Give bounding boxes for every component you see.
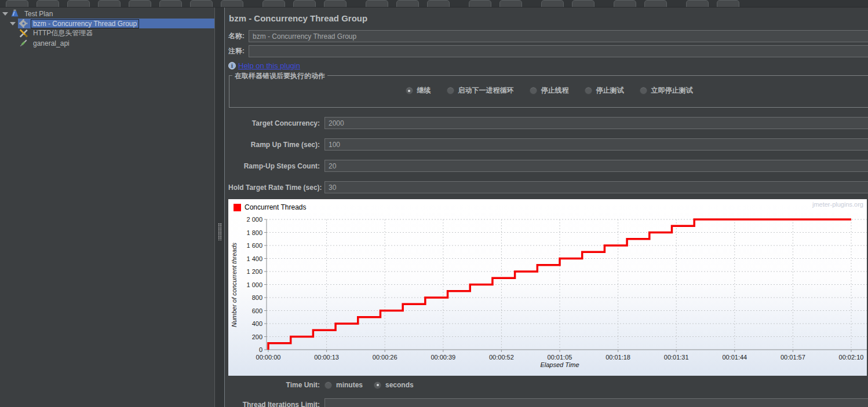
name-input[interactable] [249, 30, 868, 42]
panel-splitter[interactable] [215, 8, 225, 407]
x-tick-label: 00:02:10 [839, 354, 864, 361]
y-tick-label: 1 000 [246, 281, 262, 288]
test-plan-flask-icon [10, 9, 19, 18]
sampler-syringe-icon [19, 39, 28, 47]
radio-option[interactable]: 停止测试 [585, 86, 624, 96]
toolbar-button[interactable] [469, 0, 491, 8]
y-tick-label: 600 [252, 307, 262, 314]
top-toolbar [0, 0, 868, 8]
radio-unselected-icon[interactable] [447, 87, 454, 94]
thread-iterations-input[interactable] [324, 398, 868, 407]
ramp-up-steps-input[interactable] [324, 160, 868, 172]
x-tick-label: 00:00:00 [256, 354, 281, 361]
toolbar-button[interactable] [427, 0, 450, 8]
radio-selected-icon[interactable] [374, 382, 381, 389]
y-tick-label: 2 000 [246, 216, 262, 223]
toolbar-button[interactable] [686, 0, 709, 8]
x-tick-label: 00:01:57 [781, 354, 805, 361]
toolbar-button[interactable] [67, 0, 90, 8]
radio-label: 停止线程 [541, 86, 569, 96]
target-concurrency-input[interactable] [324, 117, 868, 129]
x-tick-label: 00:00:26 [373, 354, 397, 361]
radio-option[interactable]: 立即停止测试 [640, 86, 693, 96]
comment-label: 注释: [228, 46, 245, 56]
ramp-up-time-label: Ramp Up Time (sec): [228, 141, 320, 149]
name-label: 名称: [228, 31, 245, 41]
tree-item-label: ganeral_api [31, 39, 72, 47]
y-tick-label: 1 800 [246, 229, 262, 236]
info-icon: i [228, 62, 236, 69]
toolbar-button[interactable] [221, 0, 243, 8]
radio-unselected-icon[interactable] [530, 87, 537, 94]
time-unit-options: minutesseconds [324, 381, 414, 389]
radio-unselected-icon[interactable] [585, 87, 592, 94]
radio-selected-icon[interactable] [406, 87, 413, 94]
toolbar-button[interactable] [396, 0, 419, 8]
chart-plot: Number of concurrent threads Elapsed Tim… [228, 199, 867, 376]
toolbar-button[interactable] [614, 0, 636, 8]
comment-row: 注释: [228, 45, 868, 57]
target-concurrency-row: Target Concurrency: [228, 117, 868, 129]
hold-target-rate-row: Hold Target Rate Time (sec): [228, 181, 868, 193]
tree-item-label: HTTP信息头管理器 [31, 28, 95, 38]
x-tick-label: 00:01:05 [548, 354, 572, 361]
tree-item-label: Test Plan [22, 10, 55, 18]
thread-group-gear-icon [19, 19, 28, 28]
y-tick-label: 1 200 [246, 268, 262, 275]
comment-input[interactable] [249, 45, 868, 57]
concurrency-preview-chart: Number of concurrent threads Elapsed Tim… [228, 199, 867, 376]
toolbar-button[interactable] [190, 0, 213, 8]
radio-label: seconds [385, 381, 414, 389]
x-tick-label: 00:01:18 [606, 354, 630, 361]
target-concurrency-label: Target Concurrency: [228, 119, 320, 127]
radio-label: 立即停止测试 [651, 86, 693, 96]
radio-option[interactable]: seconds [374, 381, 414, 389]
error-action-options: 继续启动下一进程循环停止线程停止测试立即停止测试 [229, 86, 868, 96]
ramp-up-steps-label: Ramp-Up Steps Count: [228, 162, 320, 170]
help-plugin-link[interactable]: Help on this plugin [238, 61, 300, 70]
toolbar-button[interactable] [293, 0, 316, 8]
radio-option[interactable]: 启动下一进程循环 [447, 86, 514, 96]
tree-item-http-header-manager[interactable]: HTTP信息头管理器 [0, 28, 214, 38]
tree-item-test-plan[interactable]: Test Plan [0, 9, 214, 19]
expander-down-icon[interactable] [10, 22, 16, 25]
tree-item-ganeral-api[interactable]: ganeral_api [0, 38, 214, 48]
x-tick-label: 00:01:31 [664, 354, 689, 361]
toolbar-button[interactable] [572, 0, 595, 8]
radio-option[interactable]: 继续 [406, 86, 431, 96]
x-tick-label: 00:00:13 [314, 354, 339, 361]
y-tick-label: 1 600 [246, 242, 262, 249]
header-manager-icon [19, 29, 28, 38]
expander-down-icon[interactable] [2, 12, 8, 16]
tree-item-thread-group[interactable]: bzm - Concurrency Thread Group [0, 19, 214, 28]
radio-option[interactable]: 停止线程 [530, 86, 569, 96]
x-tick-label: 00:01:44 [722, 354, 747, 361]
y-tick-label: 400 [252, 320, 262, 327]
toolbar-button[interactable] [159, 0, 182, 8]
toolbar-button[interactable] [366, 0, 388, 8]
tree-selection-highlight[interactable]: bzm - Concurrency Thread Group [18, 19, 214, 28]
ramp-up-steps-row: Ramp-Up Steps Count: [228, 160, 868, 172]
hold-target-rate-input[interactable] [324, 181, 868, 193]
ramp-up-time-input[interactable] [324, 138, 868, 151]
y-tick-label: 200 [252, 333, 262, 340]
x-tick-label: 00:00:52 [489, 354, 514, 361]
toolbar-button[interactable] [541, 0, 564, 8]
radio-option[interactable]: minutes [324, 381, 363, 389]
name-row: 名称: [228, 30, 868, 42]
splitter-grip-icon[interactable] [218, 223, 222, 240]
radio-unselected-icon[interactable] [640, 87, 647, 94]
toolbar-button[interactable] [717, 0, 739, 8]
toolbar-button[interactable] [6, 0, 28, 8]
toolbar-button[interactable] [262, 0, 285, 8]
time-unit-row: Time Unit: minutesseconds [228, 381, 868, 389]
toolbar-button[interactable] [129, 0, 151, 8]
toolbar-button[interactable] [98, 0, 121, 8]
toolbar-button[interactable] [324, 0, 347, 8]
toolbar-button[interactable] [499, 0, 522, 8]
toolbar-button[interactable] [644, 0, 667, 8]
radio-unselected-icon[interactable] [324, 382, 332, 389]
toolbar-button[interactable] [37, 0, 59, 8]
legend-swatch-red [234, 204, 241, 211]
content-area: Test Plan bzm - Concurrency Thread Group [0, 8, 868, 407]
